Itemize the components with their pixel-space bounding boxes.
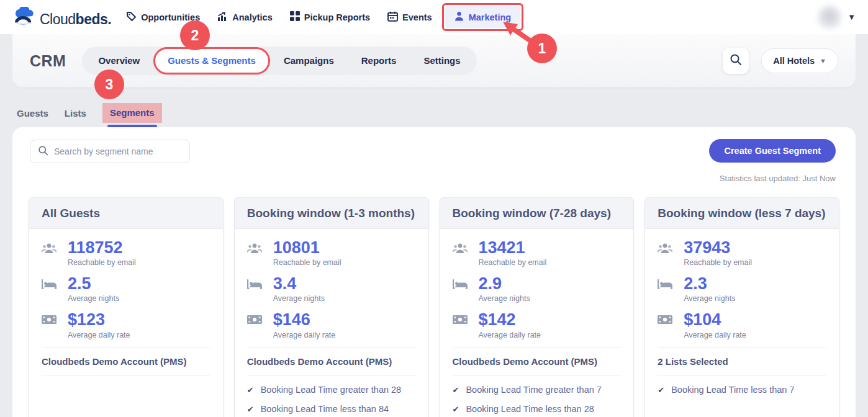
check-icon: ✔ bbox=[453, 404, 459, 415]
divider bbox=[42, 375, 210, 375]
stat-reachable: 10801 Reachable by email bbox=[247, 239, 416, 267]
tab-settings[interactable]: Settings bbox=[410, 47, 474, 75]
chevron-down-icon: ▼ bbox=[820, 57, 826, 65]
analytics-chart-icon bbox=[217, 11, 228, 24]
stat-value: 2.5 bbox=[68, 275, 119, 292]
chevron-down-icon[interactable]: ▼ bbox=[848, 12, 856, 22]
annotation-step-1: 1 bbox=[527, 34, 557, 63]
stat-label: Average nights bbox=[273, 294, 325, 303]
segment-card-body: 10801 Reachable by email 3.4 Average nig… bbox=[235, 229, 428, 415]
stat-label: Average nights bbox=[684, 294, 735, 303]
segment-card-title[interactable]: All Guests bbox=[29, 198, 223, 229]
search-icon bbox=[38, 145, 48, 158]
hotel-selector-dropdown[interactable]: All Hotels ▼ bbox=[761, 48, 838, 73]
stat-reachable: 13421 Reachable by email bbox=[453, 239, 622, 267]
stat-label: Reachable by email bbox=[684, 258, 752, 267]
search-icon bbox=[730, 53, 742, 68]
tab-guests-segments[interactable]: Guests & Segments bbox=[153, 47, 270, 74]
segment-card-booking-1-3-months: Booking window (1-3 months) 10801 Reacha… bbox=[234, 197, 429, 417]
segment-card-title[interactable]: Booking window (less 7 days) bbox=[645, 198, 839, 229]
divider bbox=[247, 375, 416, 375]
segments-panel: Create Guest Segment Statistics last upd… bbox=[12, 127, 856, 417]
divider bbox=[453, 375, 622, 375]
annotation-step-3: 3 bbox=[94, 70, 124, 99]
stat-nights: 2.5 Average nights bbox=[42, 275, 210, 303]
subtab-guests[interactable]: Guests bbox=[17, 108, 48, 119]
stat-reachable: 37943 Reachable by email bbox=[658, 239, 826, 267]
money-icon bbox=[453, 311, 469, 339]
tab-campaigns[interactable]: Campaigns bbox=[270, 47, 348, 75]
active-subtab-underline bbox=[107, 125, 157, 127]
stat-label: Average daily rate bbox=[273, 331, 336, 339]
page-title: CRM bbox=[30, 52, 66, 70]
stat-label: Average nights bbox=[68, 294, 119, 303]
divider bbox=[247, 348, 416, 348]
stat-label: Average daily rate bbox=[684, 331, 746, 339]
crm-header-band: CRM Overview Guests & Segments Campaigns… bbox=[12, 34, 856, 87]
segment-card-body: 118752 Reachable by email 2.5 Average ni… bbox=[29, 229, 223, 375]
stat-value: $146 bbox=[273, 311, 336, 328]
avatar[interactable] bbox=[818, 6, 841, 29]
segment-card-title[interactable]: Booking window (1-3 months) bbox=[235, 198, 428, 229]
stat-value: $142 bbox=[479, 311, 541, 328]
segment-card-body: 37943 Reachable by email 2.3 Average nig… bbox=[645, 229, 839, 396]
top-right-controls: ▼ bbox=[818, 6, 856, 29]
subtab-lists[interactable]: Lists bbox=[65, 108, 86, 119]
money-icon bbox=[247, 311, 263, 339]
stat-label: Reachable by email bbox=[479, 258, 547, 267]
tab-overview[interactable]: Overview bbox=[84, 47, 153, 75]
tag-icon bbox=[126, 11, 137, 24]
stat-nights: 2.9 Average nights bbox=[453, 275, 622, 303]
segment-search-box bbox=[30, 140, 190, 163]
stat-value: 118752 bbox=[68, 239, 136, 256]
criteria-list: ✔Booking Lead Time greater than 7 ✔Booki… bbox=[453, 385, 622, 415]
segment-source: Cloudbeds Demo Account (PMS) bbox=[42, 356, 210, 367]
subtab-segments[interactable]: Segments bbox=[110, 107, 155, 118]
check-icon: ✔ bbox=[247, 404, 254, 415]
stat-value: 2.3 bbox=[684, 275, 735, 292]
check-icon: ✔ bbox=[658, 385, 664, 396]
stat-reachable: 118752 Reachable by email bbox=[42, 239, 210, 267]
segment-source: Cloudbeds Demo Account (PMS) bbox=[247, 356, 416, 367]
create-guest-segment-button[interactable]: Create Guest Segment bbox=[709, 139, 836, 163]
segment-card-all-guests: All Guests 118752 Reachable by email 2.5… bbox=[29, 197, 224, 417]
criteria-list: ✔Booking Lead Time greater than 28 ✔Book… bbox=[247, 385, 416, 415]
segment-search-input[interactable] bbox=[54, 146, 182, 156]
top-navigation-bar: Cloudbeds. Opportunities Analytics Picku… bbox=[0, 0, 868, 34]
calendar-icon bbox=[387, 11, 398, 24]
cloudbeds-logo-text: Cloudbeds. bbox=[40, 11, 111, 28]
nav-pickup-reports[interactable]: Pickup Reports bbox=[290, 11, 370, 23]
stats-last-updated: Statistics last updated: Just Now bbox=[720, 174, 836, 183]
stat-label: Average daily rate bbox=[479, 331, 541, 339]
segment-card-booking-less-7-days: Booking window (less 7 days) 37943 Reach… bbox=[644, 197, 839, 417]
top-nav-items: Opportunities Analytics Pickup Reports E… bbox=[126, 11, 432, 24]
segment-card-booking-7-28-days: Booking window (7-28 days) 13421 Reachab… bbox=[440, 197, 635, 417]
segment-source: 2 Lists Selected bbox=[658, 356, 826, 367]
criteria-item: ✔Booking Lead Time less than 84 bbox=[247, 404, 416, 415]
annotation-highlight-segments: Segments bbox=[102, 103, 162, 123]
segment-card-body: 13421 Reachable by email 2.9 Average nig… bbox=[440, 229, 634, 415]
segment-card-title[interactable]: Booking window (7-28 days) bbox=[440, 198, 634, 229]
stat-label: Reachable by email bbox=[273, 258, 341, 267]
stat-nights: 3.4 Average nights bbox=[247, 275, 416, 303]
criteria-text: Booking Lead Time less than 28 bbox=[466, 404, 594, 414]
check-icon: ✔ bbox=[247, 385, 254, 396]
stat-rate: $104 Average daily rate bbox=[658, 311, 826, 339]
cloudbeds-logo[interactable]: Cloudbeds. bbox=[12, 7, 111, 28]
divider bbox=[453, 348, 622, 348]
crm-tab-bar: Overview Guests & Segments Campaigns Rep… bbox=[82, 47, 476, 75]
people-icon bbox=[453, 239, 469, 267]
criteria-text: Booking Lead Time greater than 28 bbox=[261, 385, 402, 395]
nav-events[interactable]: Events bbox=[387, 11, 432, 24]
stat-label: Average nights bbox=[479, 294, 530, 303]
segment-source: Cloudbeds Demo Account (PMS) bbox=[453, 356, 622, 367]
nav-analytics[interactable]: Analytics bbox=[217, 11, 272, 24]
search-button[interactable] bbox=[723, 48, 749, 74]
bed-icon bbox=[658, 275, 674, 303]
criteria-item: ✔Booking Lead Time greater than 7 bbox=[453, 385, 622, 396]
tab-reports[interactable]: Reports bbox=[348, 47, 410, 75]
people-icon bbox=[42, 239, 58, 267]
bed-icon bbox=[453, 275, 469, 303]
cloudbeds-logo-icon bbox=[12, 7, 36, 28]
grid-icon bbox=[290, 11, 300, 23]
